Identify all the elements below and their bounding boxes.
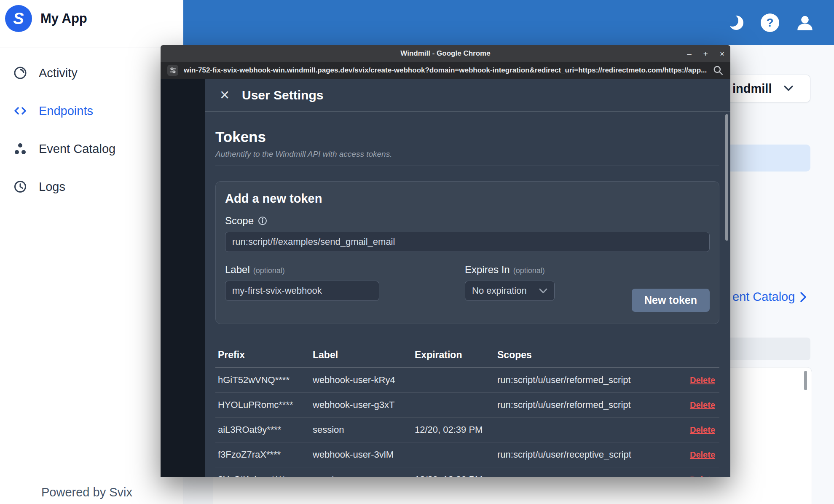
token-label-input[interactable]: my-first-svix-webhook	[225, 281, 379, 301]
tokens-section-subtitle: Authentify to the Windmill API with acce…	[215, 150, 719, 159]
sidebar-nav: Activity Endpoints Event Catalog Logs	[0, 54, 183, 206]
minimize-button[interactable]: –	[687, 50, 692, 58]
add-token-card: Add a new token Scope run:script/f/examp…	[215, 181, 719, 324]
expires-select[interactable]: No expiration	[465, 281, 555, 301]
drawer-content: Tokens Authentify to the Windmill API wi…	[205, 112, 730, 477]
panel-scrollbar[interactable]	[804, 371, 807, 390]
history-clock-icon	[13, 179, 28, 194]
address-bar[interactable]: win-752-fix-svix-webhook-win.windmill.pa…	[184, 66, 707, 75]
app-header: ?	[183, 0, 834, 45]
expires-optional-hint: (optional)	[513, 266, 545, 275]
window-controls: – + ×	[687, 45, 724, 62]
account-icon[interactable]	[795, 13, 815, 32]
close-icon[interactable]: ×	[215, 86, 234, 105]
delete-token-link[interactable]: Delete	[690, 375, 715, 385]
table-header-row: Prefix Label Expiration Scopes	[215, 343, 719, 368]
sidebar-item-event-catalog[interactable]: Event Catalog	[0, 130, 183, 168]
token-prefix: HYOLuPRomc****	[215, 399, 310, 410]
sidebar-item-label: Event Catalog	[39, 142, 115, 156]
sidebar: S My App Activity Endpoints Event Catalo…	[0, 0, 183, 504]
scope-label: Scope	[225, 215, 254, 227]
table-row: f3FzoZ7raX**** webhook-user-3vlM run:scr…	[215, 442, 719, 467]
table-row: HYOLuPRomc**** webhook-user-g3xT run:scr…	[215, 393, 719, 418]
delete-token-link[interactable]: Delete	[690, 425, 715, 434]
token-prefix: aiL3ROat9y****	[215, 424, 310, 435]
delete-token-link[interactable]: Delete	[690, 450, 715, 459]
user-settings-drawer: × User Settings Tokens Authentify to the…	[205, 79, 730, 477]
zoom-search-icon[interactable]	[713, 65, 724, 76]
activity-icon	[13, 65, 28, 80]
col-scopes: Scopes	[495, 349, 679, 361]
catalog-nodes-icon	[13, 141, 28, 156]
dark-mode-moon-icon[interactable]	[726, 13, 745, 32]
chrome-urlbar: win-752-fix-svix-webhook-win.windmill.pa…	[161, 62, 730, 79]
token-prefix: f3FzoZ7raX****	[215, 449, 310, 460]
scope-input[interactable]: run:script/f/examples/send_gmail_email	[225, 232, 710, 252]
sidebar-item-label: Endpoints	[39, 104, 93, 118]
delete-token-link[interactable]: Delete	[690, 400, 715, 410]
powered-by-svix-link[interactable]: Powered by Svix	[41, 485, 132, 499]
expires-field-label: Expires In	[465, 264, 510, 275]
add-token-title: Add a new token	[225, 192, 710, 206]
tokens-section-title: Tokens	[215, 129, 719, 145]
header-icon-group: ?	[726, 0, 815, 45]
window-title: Windmill - Google Chrome	[400, 49, 490, 58]
chrome-titlebar[interactable]: Windmill - Google Chrome – + ×	[161, 45, 730, 62]
page-backdrop	[161, 79, 205, 477]
close-window-button[interactable]: ×	[720, 50, 724, 58]
help-icon[interactable]: ?	[761, 13, 779, 32]
chevron-right-icon	[800, 292, 807, 303]
label-field-label: Label	[225, 264, 250, 275]
environment-select-value: indmill	[732, 82, 772, 96]
sidebar-divider	[0, 48, 183, 48]
table-row: aiL3ROat9y**** session 12/20, 02:39 PM D…	[215, 418, 719, 442]
section-divider	[215, 166, 719, 166]
drawer-title: User Settings	[242, 88, 323, 102]
tokens-table: Prefix Label Expiration Scopes hGiT52wVN…	[215, 343, 719, 477]
app-logo-row: S My App	[5, 5, 87, 32]
token-label: webhook-user-kRy4	[310, 375, 412, 386]
maximize-button[interactable]: +	[703, 50, 708, 58]
delete-token-link[interactable]: Delete	[690, 475, 715, 477]
sidebar-item-endpoints[interactable]: Endpoints	[0, 92, 183, 130]
app-name: My App	[40, 11, 87, 26]
token-label: webhook-user-3vlM	[310, 449, 412, 460]
token-expiration: 12/20, 12:26 PM	[412, 474, 495, 477]
chevron-down-icon	[783, 85, 794, 92]
label-optional-hint: (optional)	[253, 266, 285, 275]
token-prefix: hGiT52wVNQ****	[215, 375, 310, 386]
token-scopes: run:script/u/user/receptive_script	[495, 449, 679, 460]
token-label: session	[310, 424, 412, 435]
token-expiration: 12/20, 02:39 PM	[412, 424, 495, 435]
col-prefix: Prefix	[215, 349, 310, 361]
sidebar-item-label: Activity	[39, 66, 78, 80]
token-prefix: 3YeOiKpLwq****	[215, 474, 310, 477]
token-scopes: run:script/u/user/reformed_script	[495, 375, 679, 386]
col-expiration: Expiration	[412, 349, 495, 361]
chevron-down-icon	[539, 288, 547, 294]
windmill-page: × User Settings Tokens Authentify to the…	[161, 79, 730, 477]
table-row: hGiT52wVNQ**** webhook-user-kRy4 run:scr…	[215, 368, 719, 393]
sidebar-item-activity[interactable]: Activity	[0, 54, 183, 92]
token-fields-row: Label(optional) my-first-svix-webhook Ex…	[225, 264, 710, 314]
site-settings-icon[interactable]	[167, 65, 178, 76]
svix-logo-icon: S	[5, 5, 32, 32]
event-catalog-link-label: ent Catalog	[732, 290, 795, 304]
new-token-button[interactable]: New token	[632, 289, 710, 312]
code-brackets-icon	[13, 103, 28, 118]
chrome-window: Windmill - Google Chrome – + × win-752-f…	[161, 45, 730, 477]
sidebar-item-label: Logs	[39, 180, 65, 194]
drawer-scrollbar-thumb[interactable]	[725, 114, 728, 241]
event-catalog-link[interactable]: ent Catalog	[732, 290, 807, 304]
token-scopes: run:script/u/user/reformed_script	[495, 399, 679, 410]
col-label: Label	[310, 349, 412, 361]
token-label: webhook-user-g3xT	[310, 399, 412, 410]
sidebar-item-logs[interactable]: Logs	[0, 168, 183, 206]
info-icon[interactable]	[258, 216, 267, 225]
table-row: 3YeOiKpLwq**** session 12/20, 12:26 PM D…	[215, 467, 719, 477]
token-label: session	[310, 474, 412, 477]
drawer-header: × User Settings	[205, 79, 730, 112]
expires-select-value: No expiration	[472, 285, 527, 296]
